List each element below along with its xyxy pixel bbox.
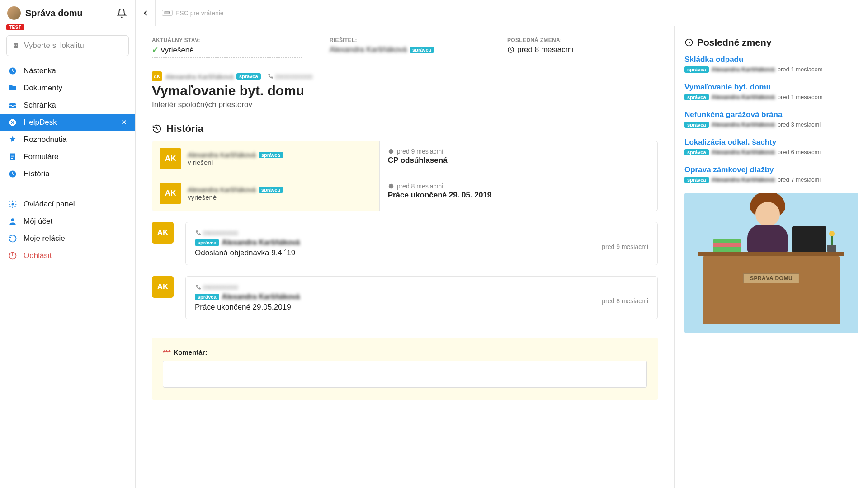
recent-item-time: pred 3 mesiacmi xyxy=(778,121,821,128)
phone-icon xyxy=(267,73,274,80)
comment-block: AK 0900000000 správcaAlexandra Karšňákov… xyxy=(152,276,658,319)
recent-item[interactable]: Vymaľovanie byt. domu správcaAlexandra K… xyxy=(684,83,858,100)
svg-point-14 xyxy=(388,184,393,189)
nav-moje-relacie[interactable]: Moje relácie xyxy=(0,230,135,247)
recent-item-name: Alexandra Karšňáková xyxy=(712,121,775,128)
app-title: Správa domu xyxy=(25,8,115,19)
recent-changes-header: Posledné zmeny xyxy=(684,37,858,48)
status-label: AKTUÁLNY STAV: xyxy=(152,37,302,43)
role-badge: správca xyxy=(684,122,709,128)
nav-odhlasit[interactable]: Odhlásiť xyxy=(0,247,135,264)
nav-helpdesk[interactable]: HelpDesk✕ xyxy=(0,114,135,131)
initials-box: AK xyxy=(160,148,181,169)
comment-textarea[interactable] xyxy=(163,361,647,388)
clock-icon xyxy=(684,38,693,47)
status-row: AKTUÁLNY STAV: ✔vyriešené RIEŠITEĽ: Alex… xyxy=(152,37,658,58)
esc-hint-text: ESC pre vrátenie xyxy=(175,9,224,17)
nav-nastenka[interactable]: Nástenka xyxy=(0,62,135,80)
history-time: pred 8 mesiacmi xyxy=(397,183,443,190)
nav-rozhodnutia[interactable]: Rozhodnutia xyxy=(0,131,135,148)
role-badge: správca xyxy=(684,177,709,183)
initials-box: AK xyxy=(152,222,174,244)
comment-phone: 0900000000 xyxy=(203,284,238,291)
comment-message: Odoslaná objednávka 9.4.´19 xyxy=(195,249,648,258)
nav-schranka[interactable]: Schránka xyxy=(0,97,135,114)
notifications-bell-icon[interactable] xyxy=(115,7,128,19)
status-label: RIEŠITEĽ: xyxy=(330,37,480,43)
comment-block: AK 0900000000 správcaAlexandra Karšňákov… xyxy=(152,222,658,265)
svg-point-13 xyxy=(388,149,393,154)
history-status: vyriešené xyxy=(188,193,283,201)
sidebar-header: Správa domu xyxy=(0,0,135,23)
history-name: Alexandra Karšňáková xyxy=(188,186,256,193)
illustration: SPRÁVA DOMU xyxy=(684,193,858,333)
comment-time: pred 8 mesiacmi xyxy=(602,297,648,305)
status-value-text: vyriešené xyxy=(161,46,194,55)
nav-item-label: Rozhodnutia xyxy=(24,135,66,144)
recent-item[interactable]: Lokalizácia odkal. šachty správcaAlexand… xyxy=(684,138,858,155)
nav-item-label: Nástenka xyxy=(24,66,56,75)
phone-icon xyxy=(195,230,201,236)
locality-placeholder: Vyberte si lokalitu xyxy=(24,41,84,50)
history-status: v riešení xyxy=(188,159,283,166)
nav-item-label: Ovládací panel xyxy=(24,200,75,209)
svg-rect-2 xyxy=(16,44,17,44)
nav-dokumenty[interactable]: Dokumenty xyxy=(0,80,135,97)
back-button[interactable] xyxy=(136,0,156,26)
role-badge: správca xyxy=(259,152,283,158)
recent-item-time: pred 6 mesiacmi xyxy=(778,149,821,155)
comment-time: pred 9 mesiacmi xyxy=(602,243,648,250)
history-icon xyxy=(152,124,162,134)
nav-item-label: Schránka xyxy=(24,101,56,110)
status-assignee: RIEŠITEĽ: Alexandra Karšňákovásprávca xyxy=(330,37,480,58)
recent-item[interactable]: Nefunkčná garážová brána správcaAlexandr… xyxy=(684,110,858,128)
author-phone: 0900000000 xyxy=(267,73,313,80)
status-state: AKTUÁLNY STAV: ✔vyriešené xyxy=(152,37,302,58)
locality-select[interactable]: Vyberte si lokalitu xyxy=(6,35,129,56)
clock-icon xyxy=(388,183,394,189)
sidebar: Správa domu TEST Vyberte si lokalitu Nás… xyxy=(0,0,136,488)
status-changed: POSLEDNÁ ZMENA: pred 8 mesiacmi xyxy=(507,37,658,58)
nav-secondary: Ovládací panel Môj účet Moje relácie Odh… xyxy=(0,194,135,266)
initials-box: AK xyxy=(160,183,181,204)
svg-rect-3 xyxy=(14,45,15,46)
nav-formulare[interactable]: Formuláre xyxy=(0,148,135,165)
recent-item-name: Alexandra Karšňáková xyxy=(712,176,775,183)
recent-item-name: Alexandra Karšňáková xyxy=(712,94,775,100)
recent-item-name: Alexandra Karšňáková xyxy=(712,66,775,73)
close-icon[interactable]: ✕ xyxy=(121,118,127,127)
author-initials-badge: AK xyxy=(152,71,162,81)
nav-ovladaci-panel[interactable]: Ovládací panel xyxy=(0,196,135,213)
esc-hint: ⌨ ESC pre vrátenie xyxy=(162,9,224,17)
role-badge: správca xyxy=(684,66,709,73)
test-badge: TEST xyxy=(6,24,24,30)
ticket-author-row: AK Alexandra Karšňáková správca 09000000… xyxy=(152,71,658,81)
clock-icon xyxy=(388,148,394,155)
recent-item-time: pred 1 mesiacom xyxy=(778,94,823,100)
svg-point-9 xyxy=(12,203,14,206)
nav-item-label: HelpDesk xyxy=(24,118,57,127)
recent-item-title[interactable]: Oprava zámkovej dlažby xyxy=(684,165,858,174)
svg-rect-0 xyxy=(14,43,18,48)
right-panel: Posledné zmeny Skládka odpadu správcaAle… xyxy=(675,26,868,488)
main-content: AKTUÁLNY STAV: ✔vyriešené RIEŠITEĽ: Alex… xyxy=(136,26,675,488)
recent-item-title[interactable]: Vymaľovanie byt. domu xyxy=(684,83,858,92)
history-desc: CP odsúhlasená xyxy=(388,156,649,165)
nav-item-label: Formuláre xyxy=(24,152,58,161)
recent-item-title[interactable]: Nefunkčná garážová brána xyxy=(684,110,858,119)
recent-item-time: pred 1 mesiacom xyxy=(778,66,823,73)
section-title: História xyxy=(166,123,203,135)
role-badge: správca xyxy=(684,149,709,155)
role-badge: správca xyxy=(259,187,283,193)
role-badge: správca xyxy=(195,294,219,300)
nav-historia[interactable]: História xyxy=(0,165,135,183)
new-comment-label: ***Komentár: xyxy=(163,348,647,356)
recent-item-title[interactable]: Skládka odpadu xyxy=(684,55,858,64)
recent-item[interactable]: Oprava zámkovej dlažby správcaAlexandra … xyxy=(684,165,858,183)
nav-item-label: Môj účet xyxy=(24,217,52,226)
keyboard-icon: ⌨ xyxy=(162,10,173,16)
user-avatar[interactable] xyxy=(7,6,21,20)
nav-moj-ucet[interactable]: Môj účet xyxy=(0,213,135,230)
recent-item-title[interactable]: Lokalizácia odkal. šachty xyxy=(684,138,858,147)
recent-item[interactable]: Skládka odpadu správcaAlexandra Karšňáko… xyxy=(684,55,858,73)
